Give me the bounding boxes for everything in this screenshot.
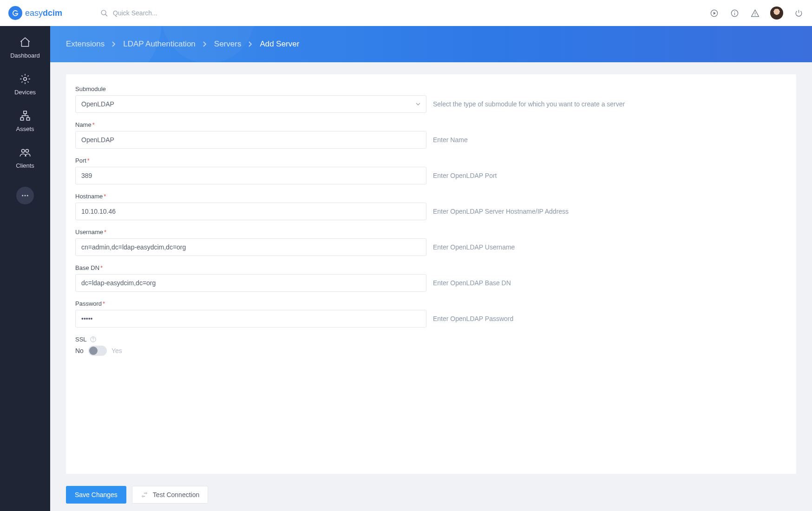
breadcrumb-current: Add Server — [260, 39, 299, 49]
port-input[interactable] — [75, 167, 426, 184]
hint-password: Enter OpenLDAP Password — [433, 315, 513, 322]
svg-point-5 — [734, 11, 735, 12]
svg-rect-10 — [20, 118, 24, 120]
sidebar-item-label: Assets — [16, 125, 34, 132]
test-connection-button[interactable]: Test Connection — [132, 486, 208, 504]
action-bar: Save Changes Test Connection — [50, 478, 812, 511]
hint-port: Enter OpenLDAP Port — [433, 172, 497, 179]
chevron-right-icon — [203, 41, 207, 47]
sidebar-item-devices[interactable]: Devices — [14, 73, 36, 96]
hint-submodule: Select the type of submodule for which y… — [433, 100, 625, 108]
label-basedn: Base DN* — [75, 264, 787, 271]
form-panel: Submodule OpenLDAP Select the type of su… — [66, 74, 796, 474]
label-submodule: Submodule — [75, 85, 787, 92]
global-search[interactable]: Quick Search... — [100, 9, 157, 17]
label-ssl: SSL — [75, 336, 787, 343]
username-input[interactable] — [75, 238, 426, 256]
breadcrumb: Extensions LDAP Authentication Servers A… — [66, 39, 299, 49]
sidebar-item-clients[interactable]: Clients — [16, 146, 34, 169]
connection-icon — [141, 491, 148, 498]
hint-name: Enter Name — [433, 136, 468, 144]
hint-basedn: Enter OpenLDAP Base DN — [433, 279, 511, 287]
label-port: Port* — [75, 157, 787, 164]
submodule-select[interactable]: OpenLDAP — [75, 95, 426, 113]
password-input[interactable] — [75, 310, 426, 328]
svg-point-15 — [25, 195, 26, 197]
dots-icon — [21, 191, 29, 200]
svg-point-16 — [27, 195, 28, 197]
search-icon — [100, 9, 108, 17]
sidebar: Dashboard Devices Assets Clients — [0, 26, 50, 511]
chevron-right-icon — [112, 41, 116, 47]
chevron-down-icon — [416, 102, 420, 106]
basedn-input[interactable] — [75, 274, 426, 292]
hostname-input[interactable] — [75, 203, 426, 220]
test-button-label: Test Connection — [153, 491, 199, 498]
label-name: Name* — [75, 121, 787, 128]
label-username: Username* — [75, 229, 787, 236]
power-icon[interactable] — [793, 8, 804, 18]
users-icon — [19, 146, 31, 158]
svg-point-0 — [101, 10, 106, 15]
user-avatar[interactable] — [770, 7, 783, 20]
gear-icon — [19, 73, 31, 85]
toggle-label-no: No — [75, 347, 84, 354]
submodule-value: OpenLDAP — [81, 100, 114, 108]
hint-hostname: Enter OpenLDAP Server Hostname/IP Addres… — [433, 208, 569, 215]
svg-point-14 — [22, 195, 23, 197]
sidebar-item-assets[interactable]: Assets — [16, 110, 34, 132]
svg-rect-9 — [24, 111, 27, 113]
svg-point-12 — [21, 150, 25, 153]
sidebar-more-button[interactable] — [16, 187, 34, 204]
label-password: Password* — [75, 300, 787, 307]
info-icon[interactable] — [729, 8, 740, 18]
alert-icon[interactable] — [750, 8, 760, 18]
sidebar-item-dashboard[interactable]: Dashboard — [10, 36, 40, 59]
sidebar-item-label: Clients — [16, 162, 34, 169]
hint-username: Enter OpenLDAP Username — [433, 243, 515, 251]
brand-mark-icon — [8, 6, 22, 20]
svg-point-8 — [24, 78, 27, 81]
topbar: easydcim Quick Search... — [0, 0, 812, 26]
chevron-right-icon — [249, 41, 252, 47]
label-hostname: Hostname* — [75, 193, 787, 200]
search-placeholder: Quick Search... — [113, 9, 157, 17]
brand-text: easydcim — [25, 8, 62, 18]
svg-point-7 — [754, 15, 755, 16]
brand-logo[interactable]: easydcim — [8, 6, 62, 20]
svg-rect-11 — [26, 118, 30, 120]
breadcrumb-bar: Extensions LDAP Authentication Servers A… — [50, 26, 812, 62]
ssl-toggle-row: No Yes — [75, 346, 787, 356]
content-column: Extensions LDAP Authentication Servers A… — [50, 26, 812, 511]
save-button[interactable]: Save Changes — [66, 486, 126, 504]
breadcrumb-item[interactable]: Servers — [214, 39, 242, 49]
sidebar-item-label: Devices — [14, 89, 36, 96]
home-icon — [19, 36, 31, 48]
top-actions — [709, 7, 804, 20]
svg-point-18 — [93, 341, 93, 341]
panel-area: Submodule OpenLDAP Select the type of su… — [50, 62, 812, 478]
help-icon[interactable] — [90, 336, 97, 343]
name-input[interactable] — [75, 131, 426, 149]
play-icon[interactable] — [709, 8, 719, 18]
sidebar-item-label: Dashboard — [10, 52, 40, 59]
network-icon — [19, 110, 31, 122]
breadcrumb-item[interactable]: Extensions — [66, 39, 105, 49]
toggle-label-yes: Yes — [111, 347, 122, 354]
svg-line-1 — [105, 14, 107, 16]
svg-point-13 — [26, 150, 29, 153]
save-button-label: Save Changes — [75, 491, 118, 498]
breadcrumb-item[interactable]: LDAP Authentication — [123, 39, 196, 49]
toggle-knob — [89, 347, 98, 355]
ssl-toggle[interactable] — [88, 346, 107, 356]
